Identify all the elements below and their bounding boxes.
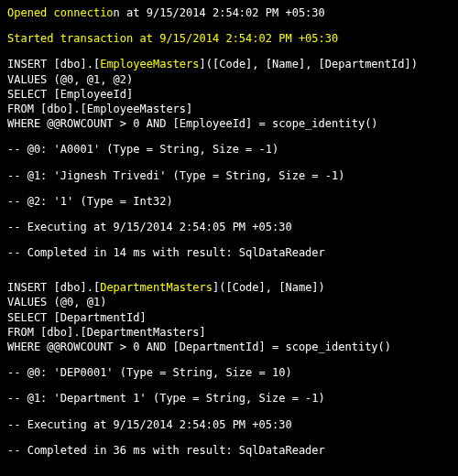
- sql-select-1: SELECT [EmployeeId]: [7, 87, 451, 102]
- table-departmentmasters: DepartmentMasters: [100, 281, 213, 294]
- log-opened-connection: Opened connection at 9/15/2014 2:54:02 P…: [7, 5, 451, 20]
- sql-where-2: WHERE @@ROWCOUNT > 0 AND [DepartmentId] …: [7, 340, 451, 354]
- table-employeemasters: EmployeeMasters: [100, 58, 199, 70]
- param-1-block2: -- @1: 'Department 1' (Type = String, Si…: [7, 391, 451, 406]
- executing-1: -- Executing at 9/15/2014 2:54:05 PM +05…: [7, 220, 451, 234]
- param-2-block1: -- @2: '1' (Type = Int32): [7, 194, 451, 209]
- executing-2: -- Executing at 9/15/2014 2:54:05 PM +05…: [7, 417, 451, 432]
- sql-where-1: WHERE @@ROWCOUNT > 0 AND [EmployeeId] = …: [7, 116, 451, 131]
- sql-values-2: VALUES (@0, @1): [7, 295, 451, 309]
- param-1-block1: -- @1: 'Jignesh Trivedi' (Type = String,…: [7, 168, 451, 183]
- sql-values-1: VALUES (@0, @1, @2): [7, 72, 451, 87]
- sql-insert-employee: INSERT [dbo].[EmployeeMasters]([Code], […: [7, 57, 451, 71]
- param-0-block1: -- @0: 'A0001' (Type = String, Size = -1…: [7, 142, 451, 157]
- sql-from-2: FROM [dbo].[DepartmentMasters]: [7, 325, 451, 340]
- log-started-transaction: Started transaction at 9/15/2014 2:54:02…: [7, 31, 451, 46]
- opened-rest: n at 9/15/2014 2:54:02 PM +05:30: [114, 6, 325, 19]
- completed-2: -- Completed in 36 ms with result: SqlDa…: [7, 443, 451, 458]
- param-0-block2: -- @0: 'DEP0001' (Type = String, Size = …: [7, 365, 451, 380]
- sql-from-1: FROM [dbo].[EmployeeMasters]: [7, 102, 451, 116]
- sql-select-2: SELECT [DepartmentId]: [7, 310, 451, 325]
- completed-1: -- Completed in 14 ms with result: SqlDa…: [7, 245, 451, 260]
- sql-insert-department: INSERT [dbo].[DepartmentMasters]([Code],…: [7, 280, 451, 295]
- opened-prefix: Opened connectio: [7, 6, 114, 19]
